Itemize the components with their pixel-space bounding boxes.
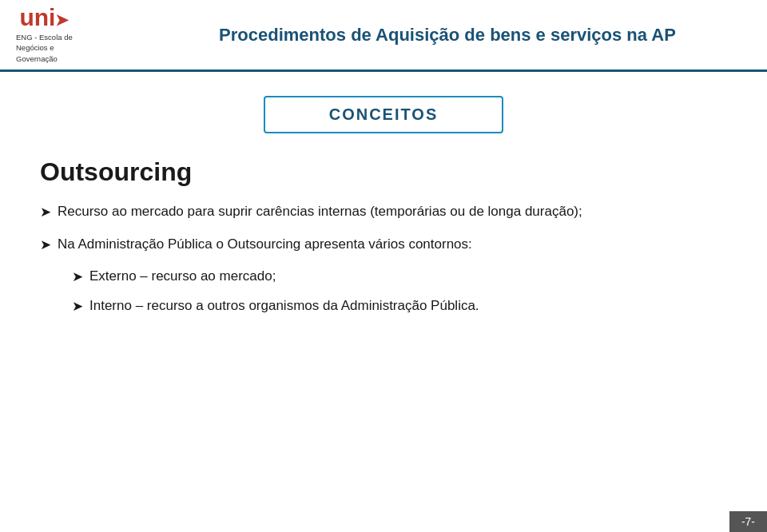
sub-bullet-arrow-2: ➤ <box>72 296 83 317</box>
logo-image: uni ➤ ENG - Escola de Negócios e Governa… <box>16 6 73 64</box>
conceitos-wrapper: CONCEITOS <box>0 96 767 133</box>
bullet-item-1: ➤ Recurso ao mercado para suprir carênci… <box>40 201 727 223</box>
sub-bullet-text-2: Interno – recurso a outros organismos da… <box>89 296 479 316</box>
page-footer: -7- <box>729 511 767 532</box>
conceitos-box: CONCEITOS <box>264 96 504 133</box>
bullet-text-1: Recurso ao mercado para suprir carências… <box>58 201 582 222</box>
logo-area: uni ➤ ENG - Escola de Negócios e Governa… <box>16 6 144 64</box>
bullet-item-2: ➤ Na Administração Pública o Outsourcing… <box>40 234 727 256</box>
logo-arrow-icon: ➤ <box>55 12 69 28</box>
bullet-text-2: Na Administração Pública o Outsourcing a… <box>58 234 472 255</box>
sub-bullet-item-1: ➤ Externo – recurso ao mercado; <box>40 266 727 288</box>
header: uni ➤ ENG - Escola de Negócios e Governa… <box>0 0 767 72</box>
sub-bullet-arrow-1: ➤ <box>72 267 83 288</box>
sub-bullet-item-2: ➤ Interno – recurso a outros organismos … <box>40 296 727 317</box>
main-content: Outsourcing ➤ Recurso ao mercado para su… <box>0 149 767 332</box>
bullet-arrow-2: ➤ <box>40 235 51 256</box>
logo-subtitle: ENG - Escola de Negócios e Governação <box>16 32 73 64</box>
section-title: Outsourcing <box>40 157 727 187</box>
bullet-arrow-1: ➤ <box>40 202 51 223</box>
logo-uni-text: uni <box>19 6 55 30</box>
header-title: Procedimentos de Aquisição de bens e ser… <box>144 25 751 46</box>
header-title-area: Procedimentos de Aquisição de bens e ser… <box>144 25 751 46</box>
page-number: -7- <box>741 515 755 528</box>
sub-bullet-text-1: Externo – recurso ao mercado; <box>89 266 276 287</box>
